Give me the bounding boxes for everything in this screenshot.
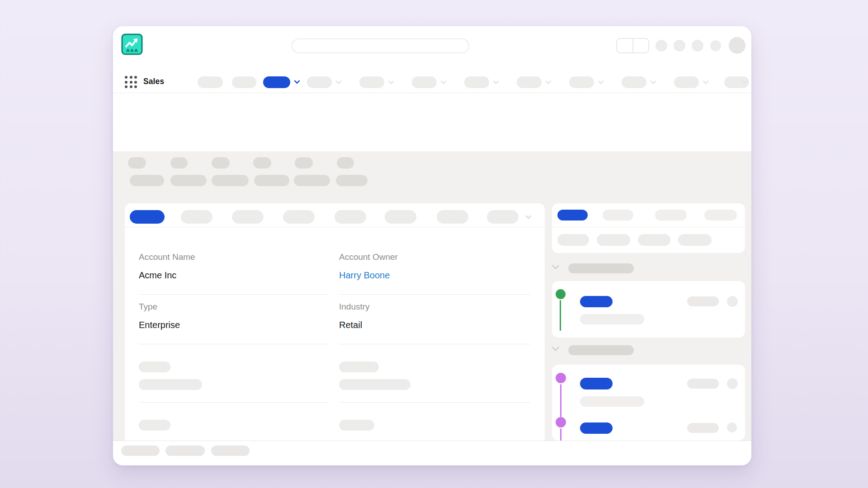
app-navbar: Sales (113, 71, 751, 93)
utility-button-placeholder[interactable] (121, 446, 160, 456)
timeline-menu-button[interactable] (727, 378, 738, 389)
highlight-label-placeholder (337, 157, 354, 169)
field-label: Industry (339, 302, 530, 312)
field-label-placeholder (139, 361, 170, 372)
details-tab[interactable] (181, 210, 212, 224)
highlight-value-placeholder (170, 175, 207, 186)
browser-topbar (113, 26, 751, 71)
field-label-placeholder (339, 420, 374, 431)
timeline-timestamp-placeholder (687, 379, 719, 389)
toolbar-icon-placeholder[interactable] (674, 40, 685, 52)
chevron-down-icon (703, 78, 709, 84)
field-value: Retail (339, 319, 530, 330)
search-input[interactable] (292, 38, 469, 53)
chevron-down-icon (545, 78, 552, 84)
timeline-card-history (552, 365, 745, 441)
field-label-placeholder (339, 361, 379, 372)
toolbar-icon-placeholder[interactable] (692, 40, 703, 52)
timeline-marker-green (556, 289, 566, 299)
nav-tab[interactable] (198, 76, 223, 88)
details-tab[interactable] (487, 210, 519, 224)
timeline-marker-purple (556, 373, 566, 383)
activity-tab[interactable] (603, 210, 633, 221)
details-tab[interactable] (335, 210, 366, 224)
field-industry: Industry Retail (339, 295, 530, 344)
app-launcher-waffle-icon[interactable] (125, 76, 137, 89)
highlight-value-placeholder (212, 175, 249, 186)
activity-tab-active[interactable] (557, 210, 588, 221)
activity-filter-placeholder[interactable] (678, 234, 712, 246)
nav-tab[interactable] (232, 76, 256, 88)
field-value-placeholder (339, 379, 410, 390)
timeline-timestamp-placeholder (687, 423, 719, 433)
divider (125, 227, 545, 227)
chevron-down-icon (650, 78, 656, 84)
record-details-card: Account Name Acme Inc Account Owner Harr… (125, 203, 545, 441)
highlight-label-placeholder (128, 157, 146, 169)
timeline-card-upcoming (552, 281, 745, 338)
analytics-logo-icon (121, 33, 143, 56)
activity-tabs-card (552, 203, 745, 253)
split-button-control (616, 38, 649, 53)
timeline-stem (560, 300, 561, 331)
utility-button-placeholder[interactable] (211, 446, 250, 456)
field-label: Account Name (139, 252, 329, 262)
timeline-action-button[interactable] (580, 296, 613, 307)
nav-tab-active[interactable] (263, 76, 290, 88)
user-avatar[interactable] (729, 37, 745, 54)
field-value-placeholder (139, 379, 202, 390)
highlight-value-placeholder (294, 175, 330, 186)
timeline-menu-button[interactable] (727, 296, 738, 307)
nav-tab[interactable] (569, 76, 594, 88)
record-header: Acme Inc (113, 93, 751, 151)
utility-button-placeholder[interactable] (165, 446, 205, 456)
nav-tab[interactable] (674, 76, 699, 88)
timeline-marker-purple (556, 417, 566, 427)
app-name: Sales (143, 77, 164, 86)
nav-tab[interactable] (307, 76, 332, 88)
chevron-down-icon (493, 78, 499, 84)
activity-filter-placeholder[interactable] (597, 234, 630, 246)
field-placeholder (339, 403, 530, 441)
highlight-label-placeholder (295, 157, 313, 169)
owner-link[interactable]: Harry Boone (339, 270, 530, 281)
details-tab[interactable] (232, 210, 264, 224)
toolbar-icon-placeholder[interactable] (710, 40, 721, 51)
timeline-stem (560, 384, 561, 417)
activity-filter-placeholder[interactable] (557, 234, 589, 246)
chevron-down-icon (294, 78, 300, 84)
highlight-value-placeholder (336, 175, 368, 186)
highlight-value-placeholder (254, 175, 289, 186)
field-value: Enterprise (139, 319, 329, 330)
nav-tab[interactable] (359, 76, 384, 88)
field-value: Acme Inc (139, 270, 329, 281)
details-tab-active[interactable] (130, 210, 165, 224)
nav-tab[interactable] (517, 76, 542, 88)
details-tab[interactable] (385, 210, 416, 224)
details-tab[interactable] (437, 210, 468, 224)
timeline-menu-button[interactable] (727, 422, 737, 432)
activity-tab[interactable] (655, 210, 687, 221)
nav-tab[interactable] (412, 76, 437, 88)
timeline-action-button[interactable] (580, 422, 613, 434)
field-grid: Account Name Acme Inc Account Owner Harr… (139, 245, 530, 441)
chevron-down-icon (335, 78, 342, 84)
nav-tab[interactable] (464, 76, 489, 88)
activity-tab[interactable] (704, 210, 737, 221)
field-account-name: Account Name Acme Inc (139, 245, 329, 295)
field-placeholder (339, 344, 530, 403)
field-account-owner: Account Owner Harry Boone (339, 245, 530, 295)
split-button-left[interactable] (617, 39, 633, 52)
split-button-right[interactable] (633, 39, 649, 52)
field-type: Type Enterprise (139, 295, 329, 344)
toolbar-icon-placeholder[interactable] (656, 40, 667, 52)
field-label: Account Owner (339, 252, 530, 262)
nav-tab[interactable] (622, 76, 646, 88)
chevron-down-icon[interactable] (525, 213, 532, 219)
utility-bar (113, 441, 751, 465)
field-label: Type (139, 302, 329, 312)
activity-filter-placeholder[interactable] (638, 234, 670, 246)
details-tab[interactable] (283, 210, 315, 224)
section-title-placeholder (568, 263, 634, 273)
timeline-action-button[interactable] (580, 378, 613, 389)
